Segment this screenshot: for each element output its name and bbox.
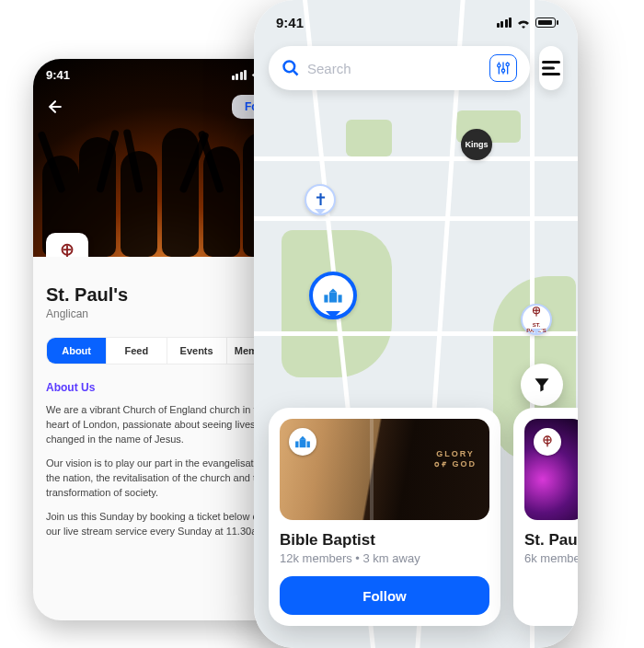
detail-tabs: About Feed Events Members [46, 337, 287, 364]
status-time: 9:41 [46, 68, 70, 82]
svg-marker-6 [329, 288, 337, 292]
svg-rect-1 [66, 245, 68, 257]
card-subtitle: 12k members • 3 km away [280, 551, 489, 565]
svg-rect-23 [300, 439, 306, 447]
search-field-container [269, 46, 530, 90]
filter-sliders-button[interactable] [489, 54, 517, 82]
svg-marker-24 [300, 436, 306, 439]
funnel-icon [533, 376, 551, 394]
card-thumbnail [524, 419, 578, 520]
svg-point-10 [284, 62, 295, 73]
back-button[interactable] [40, 92, 70, 122]
wifi-icon [516, 17, 531, 29]
card-thumbnail: GLORYᴏғ GOD [280, 419, 489, 520]
svg-rect-5 [329, 293, 337, 303]
search-icon [282, 59, 300, 77]
svg-rect-27 [545, 439, 551, 440]
about-heading: About Us [46, 381, 287, 394]
cross-icon: ✝ [314, 190, 328, 210]
battery-icon [535, 17, 556, 28]
svg-rect-19 [542, 67, 555, 70]
map-pin-selected[interactable] [309, 272, 357, 319]
status-bar-back: 9:41 [46, 68, 287, 82]
about-paragraph: Our vision is to play our part in the ev… [46, 457, 287, 501]
card-title: St. Paul's [524, 531, 578, 550]
church-building-icon [323, 288, 343, 303]
card-subtitle: 6k members [524, 551, 578, 565]
search-input[interactable] [307, 61, 482, 76]
svg-line-11 [293, 71, 298, 75]
phone-map-search: Kings ✝ ST. PAUL'S 9:41 [254, 0, 578, 648]
follow-button[interactable]: Follow [280, 576, 489, 615]
card-logo-badge [534, 428, 561, 456]
church-title: St. Paul's [46, 284, 287, 306]
filter-funnel-button[interactable] [521, 364, 563, 406]
status-time: 9:41 [276, 15, 304, 30]
svg-rect-18 [542, 61, 560, 64]
svg-rect-22 [307, 441, 310, 447]
menu-button[interactable] [539, 46, 563, 90]
tab-events[interactable]: Events [167, 338, 227, 364]
church-denomination: Anglican [46, 307, 287, 320]
about-paragraph: Join us this Sunday by booking a ticket … [46, 510, 287, 539]
map-pin-cross[interactable]: ✝ [305, 184, 336, 215]
church-logo: ST. PAUL'S [46, 233, 88, 257]
svg-rect-3 [324, 295, 328, 302]
results-carousel[interactable]: GLORYᴏғ GOD Bible Baptist 12k members • … [269, 408, 578, 626]
svg-rect-26 [546, 437, 547, 447]
svg-rect-9 [534, 310, 539, 311]
signal-icon [232, 70, 247, 80]
tab-about[interactable]: About [47, 338, 107, 364]
card-logo-badge [289, 428, 316, 456]
signal-icon [497, 17, 512, 28]
svg-rect-2 [63, 249, 71, 250]
tab-feed[interactable]: Feed [107, 338, 167, 364]
thumbnail-text: GLORYᴏғ GOD [434, 449, 477, 469]
result-card[interactable]: GLORYᴏғ GOD Bible Baptist 12k members • … [269, 408, 500, 626]
svg-point-15 [501, 69, 504, 72]
card-title: Bible Baptist [280, 531, 489, 550]
svg-rect-4 [339, 295, 342, 302]
map-pin-stpauls[interactable]: ST. PAUL'S [521, 304, 552, 335]
map-pin-kings[interactable]: Kings [461, 129, 492, 160]
result-card[interactable]: St. Paul's 6k members [513, 408, 578, 626]
svg-rect-8 [535, 307, 536, 316]
svg-point-13 [498, 64, 500, 67]
hamburger-icon [542, 61, 560, 75]
status-bar-front: 9:41 [276, 15, 556, 30]
svg-point-17 [506, 63, 509, 65]
svg-rect-21 [295, 441, 298, 447]
svg-rect-20 [542, 73, 560, 75]
about-paragraph: We are a vibrant Church of England churc… [46, 403, 287, 447]
